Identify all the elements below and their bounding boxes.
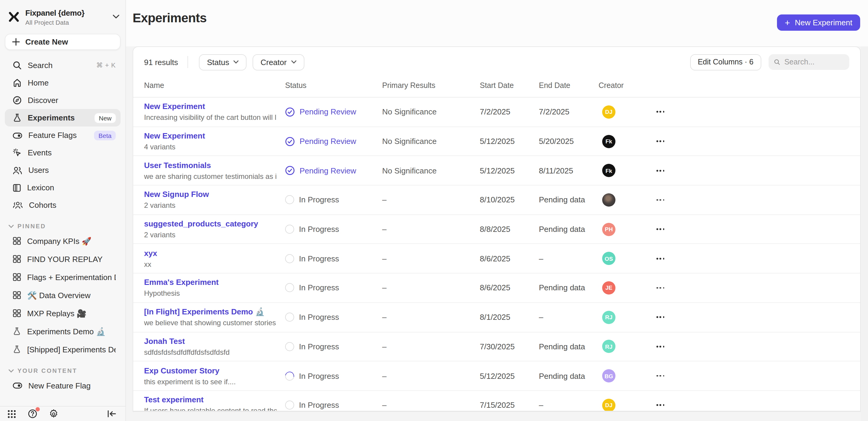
pinned-item-flags-experimentation-demo[interactable]: Flags + Experimentation Demo ✏ bbox=[5, 268, 121, 286]
experiment-link[interactable]: Jonah Test bbox=[144, 337, 277, 346]
experiment-subtitle: this experiment is to see if.... bbox=[144, 377, 277, 386]
experiment-subtitle: xx bbox=[144, 260, 277, 269]
creator-avatar[interactable]: DJ bbox=[602, 398, 615, 411]
pinned-item-company-kpis[interactable]: Company KPIs 🚀 bbox=[5, 232, 121, 250]
progress-circle-icon bbox=[285, 400, 294, 410]
edit-columns-button[interactable]: Edit Columns · 6 bbox=[690, 54, 761, 70]
table-row[interactable]: [In Flight] Experiments Demo 🔬 we believ… bbox=[133, 303, 860, 332]
column-header-creator[interactable]: Creator bbox=[598, 81, 647, 90]
experiment-link[interactable]: Exp Customer Story bbox=[144, 366, 277, 375]
end-date-cell: Pending data bbox=[539, 342, 598, 351]
help-icon[interactable] bbox=[27, 408, 38, 419]
pinned-section-header[interactable]: PINNED bbox=[8, 223, 121, 229]
sidebar-item-experiments[interactable]: Experiments New bbox=[5, 109, 121, 127]
creator-filter-dropdown[interactable]: Creator bbox=[253, 54, 304, 70]
your-content-section-header[interactable]: YOUR CONTENT bbox=[8, 367, 121, 374]
experiment-link[interactable]: suggested_products_category bbox=[144, 219, 277, 228]
sidebar-item-home[interactable]: Home bbox=[5, 74, 121, 92]
sidebar-item-events[interactable]: Events bbox=[5, 144, 121, 161]
table-row[interactable]: New Experiment Increasing visibility of … bbox=[133, 98, 860, 127]
column-header-status[interactable]: Status bbox=[285, 81, 382, 90]
experiment-subtitle: sdfdsfdsfsdfdffdfdsfsdfdsfd bbox=[144, 348, 277, 357]
board-icon bbox=[13, 291, 21, 299]
table-row[interactable]: xyx xx In Progress – 8/6/2025 – OS bbox=[133, 244, 860, 273]
search-input[interactable] bbox=[784, 58, 844, 66]
experiment-link[interactable]: Emma's Experiment bbox=[144, 278, 277, 287]
pinned-item-find-your-replay[interactable]: FIND YOUR REPLAY bbox=[5, 250, 121, 268]
table-row[interactable]: Jonah Test sdfdsfdsfsdfdffdfdsfsdfdsfd I… bbox=[133, 332, 860, 361]
experiment-link[interactable]: User Testimonials bbox=[144, 161, 277, 169]
plus-icon: + bbox=[785, 17, 790, 27]
creator-avatar[interactable]: Fk bbox=[602, 164, 615, 177]
row-menu-button[interactable] bbox=[656, 258, 667, 260]
column-header-end-date[interactable]: End Date bbox=[539, 81, 598, 90]
creator-avatar[interactable]: PH bbox=[602, 223, 615, 236]
table-row[interactable]: User Testimonials we are sharing custome… bbox=[133, 156, 860, 186]
pinned-item-data-overview[interactable]: 🛠️ Data Overview bbox=[5, 286, 121, 304]
chevron-down-icon bbox=[233, 60, 239, 64]
row-menu-button[interactable] bbox=[656, 317, 667, 318]
progress-circle-icon bbox=[285, 195, 294, 204]
column-header-primary-results[interactable]: Primary Results bbox=[382, 81, 480, 90]
sidebar-item-discover[interactable]: Discover bbox=[5, 92, 121, 109]
pinned-item-experiments-demo[interactable]: Experiments Demo 🔬 bbox=[5, 322, 121, 340]
row-menu-button[interactable] bbox=[656, 287, 667, 289]
sidebar-item-label: Discover bbox=[28, 96, 116, 105]
creator-avatar[interactable]: RJ bbox=[602, 311, 615, 324]
row-menu-button[interactable] bbox=[656, 140, 667, 142]
experiment-link[interactable]: New Signup Flow bbox=[144, 190, 277, 199]
status-filter-dropdown[interactable]: Status bbox=[199, 54, 247, 70]
row-menu-button[interactable] bbox=[656, 170, 667, 172]
new-experiment-button[interactable]: + New Experiment bbox=[777, 14, 860, 31]
pinned-item-mxp-replays[interactable]: MXP Replays 🎥 bbox=[5, 304, 121, 322]
experiment-link[interactable]: Test experiment bbox=[144, 395, 277, 404]
creator-avatar[interactable]: OS bbox=[602, 252, 615, 265]
row-menu-button[interactable] bbox=[656, 228, 667, 230]
settings-gear-icon[interactable] bbox=[48, 408, 59, 419]
horizontal-scrollbar[interactable] bbox=[133, 411, 861, 421]
column-header-name[interactable]: Name bbox=[144, 81, 285, 90]
collapse-sidebar-icon[interactable] bbox=[106, 408, 117, 419]
sidebar-item-feature-flags[interactable]: Feature Flags Beta bbox=[5, 127, 121, 144]
your-content-item-new-feature-flag[interactable]: New Feature Flag bbox=[5, 377, 121, 394]
primary-results-cell: – bbox=[382, 283, 480, 292]
workspace-switcher[interactable]: Fixpanel {demo} All Project Data bbox=[7, 7, 119, 26]
column-header-start-date[interactable]: Start Date bbox=[480, 81, 539, 90]
experiment-link[interactable]: New Experiment bbox=[144, 102, 277, 111]
end-date-cell: 5/20/2025 bbox=[539, 137, 598, 146]
experiment-link[interactable]: xyx bbox=[144, 249, 277, 258]
row-menu-button[interactable] bbox=[656, 346, 667, 348]
sidebar-item-users[interactable]: Users bbox=[5, 161, 121, 179]
sidebar-item-lexicon[interactable]: Lexicon bbox=[5, 179, 121, 196]
creator-avatar[interactable]: BG bbox=[602, 369, 615, 383]
start-date-cell: 7/15/2025 bbox=[480, 400, 539, 410]
vertical-scrollbar[interactable] bbox=[861, 46, 868, 421]
table-row[interactable]: Test experiment If users have relatable … bbox=[133, 391, 860, 411]
row-menu-button[interactable] bbox=[656, 375, 667, 377]
chevron-down-icon bbox=[291, 60, 296, 64]
table-row[interactable]: suggested_products_category 2 variants I… bbox=[133, 215, 860, 244]
status-cell: In Progress bbox=[285, 195, 382, 204]
sidebar-item-search[interactable]: Search ⌘ + K bbox=[5, 57, 121, 74]
creator-avatar[interactable]: RJ bbox=[602, 340, 615, 353]
creator-avatar-photo[interactable] bbox=[602, 193, 615, 206]
experiment-link[interactable]: [In Flight] Experiments Demo 🔬 bbox=[144, 307, 277, 316]
experiment-link[interactable]: New Experiment bbox=[144, 131, 277, 140]
row-menu-button[interactable] bbox=[656, 199, 667, 201]
table-row[interactable]: New Signup Flow 2 variants In Progress –… bbox=[133, 186, 860, 215]
edit-columns-label: Edit Columns · 6 bbox=[698, 58, 753, 66]
row-menu-button[interactable] bbox=[656, 111, 667, 113]
row-menu-button[interactable] bbox=[656, 404, 667, 406]
sidebar-nav: Search ⌘ + K Home Discover Experiments N… bbox=[0, 57, 125, 214]
sidebar-item-cohorts[interactable]: Cohorts bbox=[5, 196, 121, 214]
creator-avatar[interactable]: DJ bbox=[602, 105, 615, 119]
apps-grid-icon[interactable] bbox=[6, 408, 17, 419]
creator-avatar[interactable]: Fk bbox=[602, 135, 615, 148]
creator-avatar[interactable]: JE bbox=[602, 281, 615, 294]
table-row[interactable]: Emma's Experiment Hypothesis In Progress… bbox=[133, 273, 860, 303]
table-row[interactable]: Exp Customer Story this experiment is to… bbox=[133, 361, 860, 391]
create-new-button[interactable]: Create New bbox=[5, 34, 121, 50]
end-date-cell: – bbox=[539, 400, 598, 410]
pinned-item-shipped-experiments-demo[interactable]: [Shipped] Experiments Demo ✏ bbox=[5, 340, 121, 358]
table-row[interactable]: New Experiment 4 variants Pending Review… bbox=[133, 127, 860, 156]
